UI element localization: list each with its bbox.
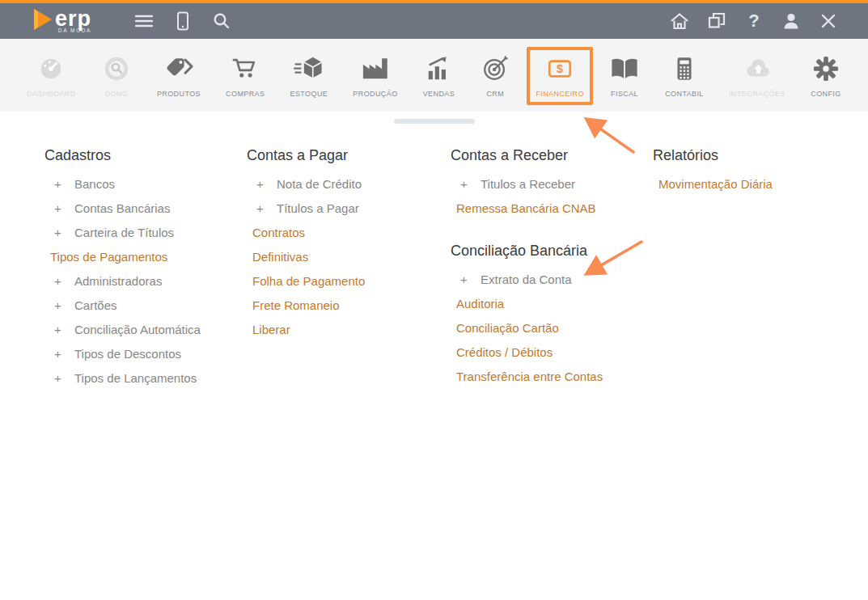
cascade-windows-icon[interactable] <box>706 11 727 32</box>
toolbar-item-crm[interactable]: CRM <box>471 47 519 105</box>
toolbar-item-fiscal[interactable]: FISCAL <box>600 47 649 105</box>
toolbar-item-label: FISCAL <box>611 90 638 98</box>
app-window: erp DA MODA ? <box>0 0 868 600</box>
calculator-icon <box>669 55 700 86</box>
menu-item-label: Extrato da Conta <box>481 273 572 286</box>
expand-plus-icon: + <box>44 298 74 312</box>
menu-item-label: Bancos <box>74 177 115 191</box>
menu-item-contratos[interactable]: Contratos <box>247 220 445 244</box>
cloud-upload-icon <box>742 55 773 86</box>
shipping-cube-icon <box>294 55 324 86</box>
section-title: Contas a Receber <box>451 146 649 165</box>
menu-item-conciliacao-cartao[interactable]: Conciliação Cartão <box>451 315 649 340</box>
expand-plus-icon: + <box>44 323 74 336</box>
home-icon[interactable] <box>669 11 690 32</box>
toolbar-item-integracoes[interactable]: INTEGRAÇÕES <box>720 47 794 105</box>
logo-text: erp <box>55 8 91 30</box>
toolbar-item-label: PRODUTOS <box>157 90 201 98</box>
menu-item-label: Titulos a Receber <box>481 177 575 191</box>
menu-item-titulos-a-receber[interactable]: +Titulos a Receber <box>451 171 649 196</box>
bar-chart-arrow-icon <box>423 55 454 86</box>
menu-item-carteira-de-titulos[interactable]: +Carteira de Títulos <box>44 220 243 244</box>
toolbar-item-label: DASHBOARD <box>27 90 76 98</box>
module-toolbar: DASHBOARD DONG PRODUTOS COMPRAS ESTOQUE … <box>0 39 868 112</box>
menu-item-frete-romaneio[interactable]: Frete Romaneio <box>247 293 445 317</box>
menu-item-tipos-de-descontos[interactable]: +Tipos de Descontos <box>44 341 243 365</box>
toolbar-item-label: CRM <box>486 90 504 98</box>
menu-item-cartoes[interactable]: +Cartões <box>44 293 243 317</box>
toolbar-item-financeiro[interactable]: $ FINANCEIRO <box>527 47 593 105</box>
toolbar-item-label: DONG <box>104 90 128 98</box>
menu-item-tipos-de-lancamentos[interactable]: +Tipos de Lançamentos <box>44 365 243 390</box>
toolbar-scrollbar[interactable] <box>394 119 475 124</box>
help-icon[interactable]: ? <box>743 11 764 32</box>
target-search-icon <box>101 55 132 86</box>
toolbar-item-dashboard[interactable]: DASHBOARD <box>18 47 85 105</box>
toolbar-item-config[interactable]: CONFIG <box>802 47 850 105</box>
toolbar-item-estoque[interactable]: ESTOQUE <box>282 47 337 105</box>
toolbar-item-dong[interactable]: DONG <box>92 47 141 105</box>
menu-item-folha-de-pagamento[interactable]: Folha de Pagamento <box>247 268 445 293</box>
toolbar-item-label: FINANCEIRO <box>536 90 584 98</box>
logo-play-icon <box>29 7 53 35</box>
toolbar-item-label: ESTOQUE <box>290 90 328 98</box>
mobile-device-icon[interactable] <box>172 11 193 32</box>
menu-item-label: Nota de Crédito <box>277 177 362 191</box>
expand-plus-icon: + <box>44 226 74 239</box>
expand-plus-icon: + <box>44 201 74 215</box>
tags-icon <box>163 55 194 86</box>
menu-item-label: Conciliação Automática <box>74 323 201 336</box>
menu-item-label: Títulos a Pagar <box>277 201 359 215</box>
expand-plus-icon: + <box>44 177 74 191</box>
menu-column-contas-a-receber: Contas a Receber +Titulos a Receber Reme… <box>451 146 649 388</box>
menu-item-nota-de-credito[interactable]: +Nota de Crédito <box>247 171 445 196</box>
topbar-right-icons: ? <box>669 11 839 32</box>
toolbar-item-contabil[interactable]: CONTABIL <box>656 47 713 105</box>
menu-item-titulos-a-pagar[interactable]: +Títulos a Pagar <box>247 196 445 220</box>
open-book-icon <box>609 55 640 86</box>
menu-item-definitivas[interactable]: Definitivas <box>247 244 445 268</box>
topbar: erp DA MODA ? <box>0 3 868 39</box>
app-logo[interactable]: erp DA MODA <box>29 7 91 35</box>
toolbar-item-label: COMPRAS <box>226 90 265 98</box>
expand-plus-icon: + <box>451 273 481 286</box>
menu-item-bancos[interactable]: +Bancos <box>44 171 243 196</box>
search-icon[interactable] <box>211 11 232 32</box>
menu-item-movimentacao-diaria[interactable]: Movimentação Diária <box>653 171 851 196</box>
toolbar-item-vendas[interactable]: VENDAS <box>414 47 464 105</box>
toolbar-item-producao[interactable]: PRODUÇÃO <box>344 47 406 105</box>
menu-column-relatorios: Relatórios Movimentação Diária <box>653 146 851 196</box>
menu-item-contas-bancarias[interactable]: +Contas Bancárias <box>44 196 243 220</box>
menu-item-tipos-de-pagamentos[interactable]: Tipos de Pagamentos <box>44 244 243 268</box>
toolbar-item-produtos[interactable]: PRODUTOS <box>148 47 210 105</box>
hamburger-menu-icon[interactable] <box>133 11 155 32</box>
menu-column-contas-a-pagar: Contas a Pagar +Nota de Crédito +Títulos… <box>247 146 445 341</box>
expand-plus-icon: + <box>247 201 277 215</box>
menu-column-cadastros: Cadastros +Bancos +Contas Bancárias +Car… <box>44 146 243 390</box>
shopping-cart-icon <box>230 55 260 86</box>
toolbar-item-label: VENDAS <box>423 90 455 98</box>
svg-text:?: ? <box>748 11 759 31</box>
section-title: Relatórios <box>653 146 851 165</box>
topbar-left-icons <box>133 11 232 32</box>
toolbar-item-label: PRODUÇÃO <box>353 90 397 98</box>
menu-item-auditoria[interactable]: Auditoria <box>451 291 649 315</box>
logo-subtext: DA MODA <box>58 28 91 34</box>
close-icon[interactable] <box>818 11 839 32</box>
menu-item-extrato-da-conta[interactable]: +Extrato da Conta <box>451 267 649 291</box>
menu-item-liberar[interactable]: Liberar <box>247 317 445 341</box>
menu-item-creditos-debitos[interactable]: Créditos / Débitos <box>451 340 649 364</box>
gear-icon <box>811 55 841 86</box>
expand-plus-icon: + <box>44 371 74 385</box>
menu-item-label: Cartões <box>74 298 117 312</box>
section-title: Conciliação Bancária <box>451 241 649 260</box>
section-title: Contas a Pagar <box>247 146 445 165</box>
menu-item-transferencia-entre-contas[interactable]: Transferência entre Contas <box>451 364 649 388</box>
menu-item-remessa-bancaria-cnab[interactable]: Remessa Bancária CNAB <box>451 196 649 220</box>
menu-item-label: Tipos de Descontos <box>74 347 181 361</box>
toolbar-item-compras[interactable]: COMPRAS <box>217 47 273 105</box>
user-icon[interactable] <box>781 11 802 32</box>
menu-item-administradoras[interactable]: +Administradoras <box>44 268 243 293</box>
menu-item-conciliacao-automatica[interactable]: +Conciliação Automática <box>44 317 243 341</box>
toolbar-item-label: INTEGRAÇÕES <box>729 90 785 98</box>
